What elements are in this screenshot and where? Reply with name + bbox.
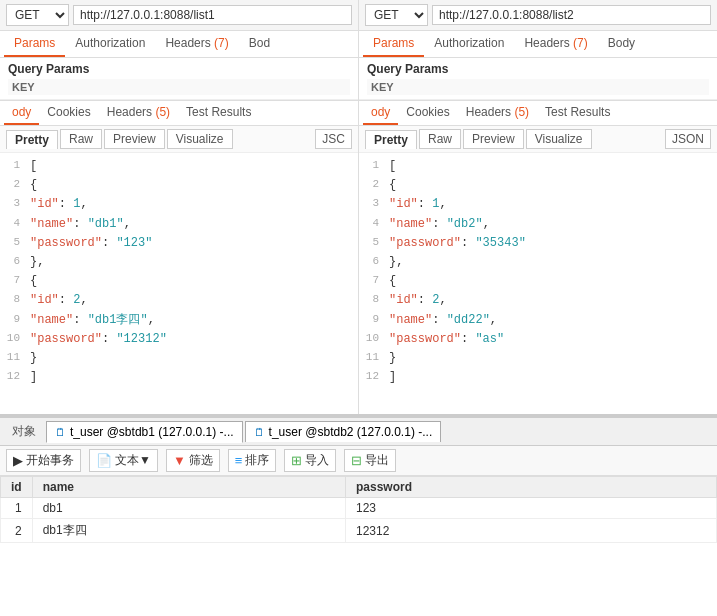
cell-id: 1 xyxy=(1,498,33,519)
btn-text-label: 文本▼ xyxy=(115,452,151,469)
resp-tab-headers-1[interactable]: Headers (5) xyxy=(99,101,178,125)
resp-tab-headers-2[interactable]: Headers (5) xyxy=(458,101,537,125)
json-content: ] xyxy=(30,368,352,387)
tab-auth-1[interactable]: Authorization xyxy=(65,31,155,57)
cell-password: 123 xyxy=(345,498,716,519)
json-content: } xyxy=(30,349,352,368)
line-number: 7 xyxy=(6,272,30,290)
tab-auth-2[interactable]: Authorization xyxy=(424,31,514,57)
sort-icon: ≡ xyxy=(235,453,243,468)
db-tab-2[interactable]: 🗒 t_user @sbtdb2 (127.0.0.1) -... xyxy=(245,421,442,442)
json-line: 3 "id": 1, xyxy=(0,195,358,214)
resp-tab-body-2[interactable]: ody xyxy=(363,101,398,125)
json-content: "name": "db1李四", xyxy=(30,311,352,330)
response-tabs-1: ody Cookies Headers (5) Test Results xyxy=(0,100,358,126)
bottom-section: 对象 🗒 t_user @sbtdb1 (127.0.0.1) -... 🗒 t… xyxy=(0,416,717,616)
tab-params-2[interactable]: Params xyxy=(363,31,424,57)
query-params-2: Query Params KEY xyxy=(359,58,717,100)
fmt-pretty-1[interactable]: Pretty xyxy=(6,130,58,149)
line-number: 9 xyxy=(6,311,30,329)
json-content: { xyxy=(30,272,352,291)
fmt-raw-2[interactable]: Raw xyxy=(419,129,461,149)
resp-tab-test-2[interactable]: Test Results xyxy=(537,101,618,125)
tab-headers-2[interactable]: Headers (7) xyxy=(514,31,597,57)
btn-text[interactable]: 📄 文本▼ xyxy=(89,449,158,472)
format-tabs-2: Pretty Raw Preview Visualize JSON xyxy=(359,126,717,153)
tab-headers-1[interactable]: Headers (7) xyxy=(155,31,238,57)
request-tabs-2: Params Authorization Headers (7) Body xyxy=(359,31,717,58)
resp-tab-cookies-1[interactable]: Cookies xyxy=(39,101,98,125)
format-tabs-1: Pretty Raw Preview Visualize JSC xyxy=(0,126,358,153)
btn-export[interactable]: ⊟ 导出 xyxy=(344,449,396,472)
line-number: 12 xyxy=(6,368,30,386)
line-number: 3 xyxy=(6,195,30,213)
json-line: 11 } xyxy=(0,349,358,368)
col-header-password: password xyxy=(345,477,716,498)
json-line: 2 { xyxy=(359,176,717,195)
db-tab-1[interactable]: 🗒 t_user @sbtdb1 (127.0.0.1) -... xyxy=(46,421,243,443)
api-panel-2: GET POST Params Authorization Headers (7… xyxy=(359,0,717,414)
table-row[interactable]: 1 db1 123 xyxy=(1,498,717,519)
fmt-extra-2[interactable]: JSON xyxy=(665,129,711,149)
line-number: 10 xyxy=(6,330,30,348)
json-content: "id": 2, xyxy=(30,291,352,310)
url-bar-2: GET POST xyxy=(359,0,717,31)
json-content: } xyxy=(389,349,711,368)
fmt-preview-1[interactable]: Preview xyxy=(104,129,165,149)
json-content: { xyxy=(389,272,711,291)
json-line: 8 "id": 2, xyxy=(0,291,358,310)
json-line: 4 "name": "db1", xyxy=(0,215,358,234)
db-toolbar: ▶ 开始事务 📄 文本▼ ▼ 筛选 ≡ 排序 ⊞ 导入 ⊟ 导出 xyxy=(0,446,717,476)
cell-id: 2 xyxy=(1,519,33,543)
line-number: 4 xyxy=(6,215,30,233)
cell-password: 12312 xyxy=(345,519,716,543)
method-select-1[interactable]: GET POST xyxy=(6,4,69,26)
fmt-raw-1[interactable]: Raw xyxy=(60,129,102,149)
fmt-visualize-1[interactable]: Visualize xyxy=(167,129,233,149)
table-row[interactable]: 2 db1李四 12312 xyxy=(1,519,717,543)
export-icon: ⊟ xyxy=(351,453,362,468)
json-content: "name": "db1", xyxy=(30,215,352,234)
json-line: 7 { xyxy=(359,272,717,291)
resp-tab-cookies-2[interactable]: Cookies xyxy=(398,101,457,125)
fmt-extra-1[interactable]: JSC xyxy=(315,129,352,149)
db-tab-label-2: t_user @sbtdb2 (127.0.0.1) -... xyxy=(269,425,433,439)
db-table-wrap: id name password 1 db1 123 2 db1李四 12312 xyxy=(0,476,717,616)
json-content: }, xyxy=(389,253,711,272)
btn-filter[interactable]: ▼ 筛选 xyxy=(166,449,220,472)
resp-tab-body-1[interactable]: ody xyxy=(4,101,39,125)
json-content: "password": "as" xyxy=(389,330,711,349)
tab-body-2[interactable]: Body xyxy=(598,31,645,57)
line-number: 9 xyxy=(365,311,389,329)
json-body-1: 1[2 {3 "id": 1,4 "name": "db1",5 "passwo… xyxy=(0,153,358,414)
btn-import[interactable]: ⊞ 导入 xyxy=(284,449,336,472)
db-tab-icon-1: 🗒 xyxy=(55,426,66,438)
url-bar-1: GET POST xyxy=(0,0,358,31)
method-select-2[interactable]: GET POST xyxy=(365,4,428,26)
tab-body-1[interactable]: Bod xyxy=(239,31,280,57)
fmt-preview-2[interactable]: Preview xyxy=(463,129,524,149)
json-content: ] xyxy=(389,368,711,387)
cell-name: db1李四 xyxy=(32,519,345,543)
line-number: 7 xyxy=(365,272,389,290)
tab-params-1[interactable]: Params xyxy=(4,31,65,57)
line-number: 3 xyxy=(365,195,389,213)
btn-sort[interactable]: ≡ 排序 xyxy=(228,449,277,472)
json-line: 10 "password": "as" xyxy=(359,330,717,349)
json-line: 4 "name": "db2", xyxy=(359,215,717,234)
fmt-visualize-2[interactable]: Visualize xyxy=(526,129,592,149)
line-number: 2 xyxy=(365,176,389,194)
json-line: 1[ xyxy=(359,157,717,176)
line-number: 1 xyxy=(365,157,389,175)
btn-start-transaction[interactable]: ▶ 开始事务 xyxy=(6,449,81,472)
url-input-2[interactable] xyxy=(432,5,711,25)
fmt-pretty-2[interactable]: Pretty xyxy=(365,130,417,149)
line-number: 11 xyxy=(6,349,30,367)
json-line: 3 "id": 1, xyxy=(359,195,717,214)
line-number: 11 xyxy=(365,349,389,367)
resp-tab-test-1[interactable]: Test Results xyxy=(178,101,259,125)
url-input-1[interactable] xyxy=(73,5,352,25)
line-number: 10 xyxy=(365,330,389,348)
json-content: "name": "dd22", xyxy=(389,311,711,330)
btn-export-label: 导出 xyxy=(365,452,389,469)
